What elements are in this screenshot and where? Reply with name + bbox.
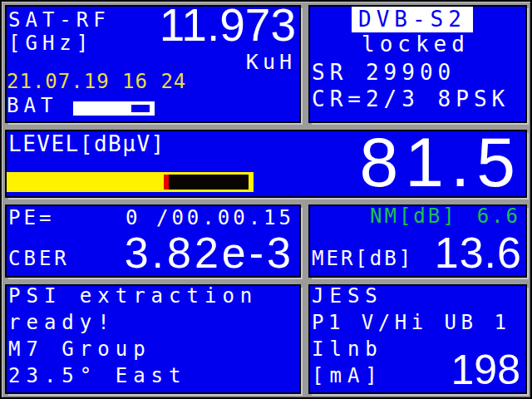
mer-label: MER[dB] <box>312 249 413 269</box>
frequency-value: 11.973 <box>160 2 296 48</box>
standard-badge: DVB-S2 <box>352 7 473 32</box>
quality-panel: NM[dB] 6.6 MER[dB] 13.6 <box>308 204 527 278</box>
cber-value: 3.82e-3 <box>125 231 294 274</box>
demod-panel: DVB-S2 locked SR 29900 CR=2/3 8PSK <box>308 5 527 123</box>
level-panel: LEVEL[dBµV] 81.5 <box>5 130 527 198</box>
battery-gauge <box>73 101 155 116</box>
lnb-panel: JESS P1 V/Hi UB 1 Ilnb [mA] 198 <box>308 284 527 394</box>
meter-screen: SAT-RF [GHz] 11.973 KuH 21.07.19 16 24 B… <box>0 0 532 399</box>
band-indicator: KuH <box>246 52 296 73</box>
nm-label: NM[dB] <box>370 206 457 227</box>
psi-line-4: 23.5° East <box>8 366 187 387</box>
lnb-system: JESS <box>312 286 383 307</box>
code-rate: CR=2/3 8PSK <box>312 88 510 111</box>
error-panel: PE= 0 /00.00.15 CBER 3.82e-3 <box>5 204 301 278</box>
lnb-config: P1 V/Hi UB 1 <box>312 313 510 333</box>
lnb-current-value: 198 <box>451 349 520 391</box>
psi-line-3: M7 Group <box>8 339 151 360</box>
lnb-current-unit: [mA] <box>312 366 383 387</box>
sat-rf-panel: SAT-RF [GHz] 11.973 KuH 21.07.19 16 24 B… <box>5 5 301 123</box>
battery-charge-marker <box>131 105 150 112</box>
level-value: 81.5 <box>360 127 523 197</box>
symbol-rate: SR 29900 <box>312 62 456 84</box>
psi-line-1: PSI extraction <box>8 286 258 307</box>
battery-label: BAT <box>7 96 57 116</box>
datetime-text: 21.07.19 16 24 <box>7 71 186 92</box>
pe-label: PE= <box>8 208 54 229</box>
mer-value: 13.6 <box>435 231 522 274</box>
level-bar <box>7 172 254 192</box>
pe-value: 0 /00.00.15 <box>126 208 294 229</box>
nm-value: 6.6 <box>477 206 520 227</box>
sat-rf-title: SAT-RF <box>8 10 111 31</box>
sat-rf-unit: [GHz] <box>8 33 93 54</box>
psi-panel: PSI extraction ready! M7 Group 23.5° Eas… <box>5 284 301 394</box>
level-bar-black <box>169 175 249 190</box>
level-label: LEVEL[dBµV] <box>8 133 165 155</box>
lnb-current-label: Ilnb <box>312 339 383 360</box>
cber-label: CBER <box>8 249 70 269</box>
lock-status: locked <box>362 33 470 56</box>
psi-line-2: ready! <box>8 313 116 333</box>
